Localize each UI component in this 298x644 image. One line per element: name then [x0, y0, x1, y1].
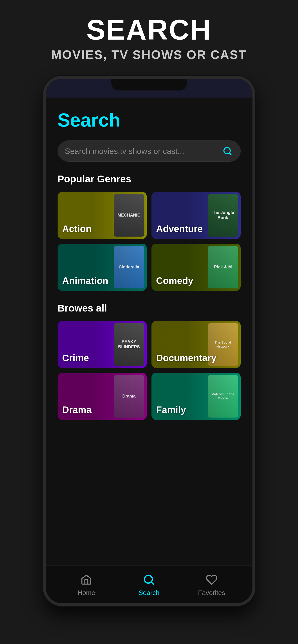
genre-label-family: Family [156, 404, 186, 415]
phone-screen: Search Search movies,tv shows or cast...… [46, 79, 252, 603]
genre-card-family[interactable]: Malcolm in the Middle Family [152, 373, 241, 420]
poster-crime: PEAKY BLINDERS [114, 323, 144, 366]
genre-label-comedy: Comedy [156, 276, 194, 286]
volume-down-button [43, 196, 46, 230]
genre-card-adventure[interactable]: The Jungle Book Adventure [152, 192, 241, 239]
genre-card-action[interactable]: MECHANIC Action [58, 192, 147, 239]
genre-label-adventure: Adventure [156, 224, 203, 234]
genre-label-drama: Drama [62, 404, 92, 415]
nav-label-favorites: Favorites [198, 589, 225, 597]
search-input-placeholder[interactable]: Search movies,tv shows or cast... [65, 146, 222, 156]
poster-action: MECHANIC [114, 194, 144, 236]
nav-item-favorites[interactable]: Favorites [180, 572, 243, 597]
genre-card-comedy[interactable]: Rick & M Comedy [152, 244, 241, 291]
volume-up-button [43, 173, 46, 192]
genre-label-animation: Animation [62, 276, 108, 286]
main-title: SEARCH [10, 14, 288, 45]
home-icon [79, 572, 93, 587]
nav-item-home[interactable]: Home [55, 572, 118, 597]
browse-all-grid: PEAKY BLINDERS Crime The Social Network … [58, 321, 241, 420]
svg-line-3 [151, 582, 153, 584]
genre-label-crime: Crime [62, 353, 89, 363]
genre-card-drama[interactable]: Drama Drama [58, 373, 147, 420]
genre-card-documentary[interactable]: The Social Network Documentary [152, 321, 241, 368]
poster-animation: Cinderella [114, 246, 144, 288]
search-icon[interactable] [222, 145, 233, 157]
bottom-nav: Home Search Favorites [46, 566, 252, 603]
genre-card-animation[interactable]: Cinderella Animation [58, 244, 147, 291]
nav-label-home: Home [78, 589, 95, 597]
phone-notch [111, 79, 187, 90]
search-bar[interactable]: Search movies,tv shows or cast... [58, 140, 241, 162]
power-button [252, 185, 255, 222]
poster-family: Malcolm in the Middle [208, 375, 238, 418]
phone-frame: Search Search movies,tv shows or cast...… [43, 76, 255, 606]
nav-item-search[interactable]: Search [118, 572, 180, 597]
popular-genres-title: Popular Genres [58, 174, 241, 185]
volume-buttons [43, 173, 46, 230]
heart-icon [205, 572, 219, 587]
screen-content: Search Search movies,tv shows or cast...… [46, 98, 252, 566]
top-header: SEARCH MOVIES, TV SHOWS OR CAST [0, 0, 298, 71]
poster-adventure: The Jungle Book [208, 194, 238, 236]
genre-label-documentary: Documentary [156, 353, 217, 363]
poster-comedy: Rick & M [208, 246, 238, 288]
main-subtitle: MOVIES, TV SHOWS OR CAST [10, 48, 288, 62]
browse-all-title: Browes all [58, 302, 241, 314]
page-title: Search [58, 109, 241, 131]
nav-label-search: Search [138, 589, 160, 597]
poster-drama: Drama [114, 375, 144, 418]
genre-card-crime[interactable]: PEAKY BLINDERS Crime [58, 321, 147, 368]
search-nav-icon [142, 572, 156, 587]
genre-label-action: Action [62, 224, 92, 234]
popular-genres-grid: MECHANIC Action The Jungle Book Adventur… [58, 192, 241, 291]
svg-line-1 [229, 153, 231, 154]
